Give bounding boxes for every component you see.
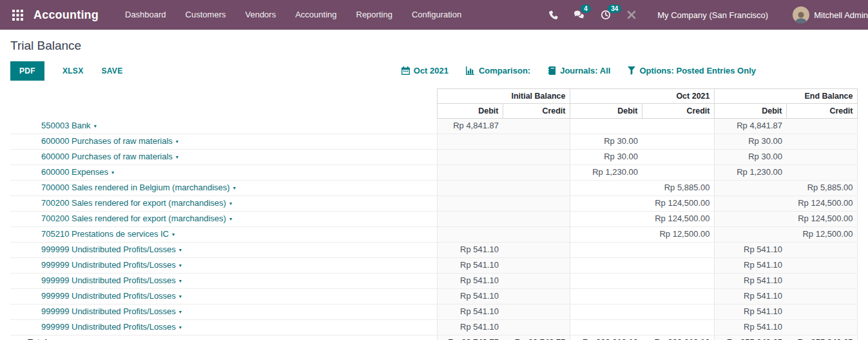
chat-icon[interactable]: 4 [574, 10, 585, 20]
date-filter[interactable]: Oct 2021 [401, 66, 448, 75]
save-button[interactable]: SAVE [101, 61, 122, 81]
amount-cell [570, 257, 642, 273]
user-menu[interactable]: Mitchell Admin [793, 6, 868, 23]
amount-cell [503, 304, 570, 319]
col-header-debit: Debit [714, 104, 786, 119]
chevron-down-icon[interactable]: ▾ [179, 247, 182, 253]
phone-icon[interactable] [548, 10, 558, 20]
group-header-period: Oct 2021 [570, 89, 714, 104]
account-link[interactable]: 600000 Expenses [41, 167, 108, 177]
menu-item-dashboard[interactable]: Dashboard [115, 0, 176, 30]
chevron-down-icon[interactable]: ▾ [172, 232, 175, 237]
topbar: Accounting DashboardCustomersVendorsAcco… [0, 0, 868, 30]
tools-icon[interactable] [626, 10, 637, 20]
chevron-down-icon[interactable]: ▾ [176, 154, 178, 160]
chevron-down-icon[interactable]: ▾ [111, 170, 114, 175]
main-content: Trial Balance PDF XLSX SAVE Oct 2021 [0, 30, 868, 340]
table-row: 999999 Undistributed Profits/Losses▾Rp 5… [10, 319, 857, 335]
amount-cell [503, 226, 570, 242]
account-link[interactable]: 700200 Sales rendered for export (marcha… [41, 214, 226, 223]
account-link[interactable]: 999999 Undistributed Profits/Losses [41, 245, 176, 254]
app-name[interactable]: Accounting [34, 8, 99, 22]
amount-cell [714, 226, 786, 242]
total-period-credit: Rp 833,212.10 [642, 335, 714, 340]
account-cell: 700200 Sales rendered for export (marcha… [10, 195, 437, 211]
table-body: 550003 Bank▾Rp 4,841.87Rp 4,841.87600000… [10, 119, 857, 335]
total-initial-debit: Rp 32,749.75 [437, 335, 503, 340]
amount-cell: Rp 124,500.00 [642, 211, 714, 226]
account-cell: 700000 Sales rendered in Belgium (marcha… [10, 180, 437, 195]
amount-cell [570, 273, 642, 288]
amount-cell [642, 288, 714, 304]
chevron-down-icon[interactable]: ▾ [179, 294, 182, 299]
col-header-debit: Debit [570, 104, 642, 119]
xlsx-button[interactable]: XLSX [63, 61, 84, 81]
table-row: 999999 Undistributed Profits/Losses▾Rp 5… [10, 273, 857, 288]
group-header-end-balance: End Balance [714, 89, 857, 104]
col-header-credit: Credit [642, 104, 714, 119]
account-link[interactable]: 999999 Undistributed Profits/Losses [41, 260, 176, 270]
chevron-down-icon[interactable]: ▾ [229, 216, 232, 222]
amount-cell [570, 226, 642, 242]
options-filter[interactable]: Options: Posted Entries Only [628, 66, 756, 75]
account-link[interactable]: 705210 Prestations de services IC [41, 229, 169, 239]
account-cell: 999999 Undistributed Profits/Losses▾ [10, 257, 437, 273]
menu-item-customers[interactable]: Customers [176, 0, 236, 30]
subheader-row: Debit Credit Debit Credit Debit Credit [10, 104, 857, 119]
amount-cell: Rp 541.10 [714, 288, 786, 304]
amount-cell [642, 134, 714, 149]
total-period-debit: Rp 833,212.10 [570, 335, 642, 340]
avatar[interactable] [793, 6, 809, 23]
group-header-initial-balance: Initial Balance [437, 89, 570, 104]
chevron-down-icon[interactable]: ▾ [179, 278, 182, 284]
account-cell: 600000 Purchases of raw materials▾ [10, 134, 437, 149]
menu-item-reporting[interactable]: Reporting [347, 0, 402, 30]
chevron-down-icon[interactable]: ▾ [233, 185, 236, 191]
account-cell: 999999 Undistributed Profits/Losses▾ [10, 288, 437, 304]
bar-chart-icon [466, 66, 475, 75]
col-header-credit: Credit [786, 104, 857, 119]
account-cell: 999999 Undistributed Profits/Losses▾ [10, 319, 437, 335]
chevron-down-icon[interactable]: ▾ [179, 325, 182, 330]
filter-funnel-icon [628, 66, 635, 75]
total-initial-credit: Rp 32,749.75 [503, 335, 570, 340]
journals-filter[interactable]: Journals: All [548, 66, 610, 75]
pdf-button[interactable]: PDF [10, 61, 44, 81]
menu-item-configuration[interactable]: Configuration [402, 0, 471, 30]
amount-cell [503, 149, 570, 165]
table-row: 999999 Undistributed Profits/Losses▾Rp 5… [10, 288, 857, 304]
total-end-credit: Rp 855,843.65 [786, 335, 857, 340]
chevron-down-icon[interactable]: ▾ [229, 201, 232, 206]
apps-grid-icon[interactable] [9, 6, 26, 23]
username: Mitchell Admin [814, 10, 868, 20]
chevron-down-icon[interactable]: ▾ [179, 263, 182, 268]
table-row: 705210 Prestations de services IC▾Rp 12,… [10, 226, 857, 242]
account-link[interactable]: 550003 Bank [41, 121, 91, 130]
company-switcher[interactable]: My Company (San Francisco) [657, 10, 768, 20]
amount-cell [786, 134, 857, 149]
account-link[interactable]: 999999 Undistributed Profits/Losses [41, 291, 176, 301]
account-link[interactable]: 999999 Undistributed Profits/Losses [41, 275, 176, 285]
amount-cell [786, 149, 857, 165]
chevron-down-icon[interactable]: ▾ [94, 123, 97, 129]
account-link[interactable]: 700200 Sales rendered for export (marcha… [41, 198, 226, 208]
amount-cell [786, 119, 857, 134]
table-row: 999999 Undistributed Profits/Losses▾Rp 5… [10, 242, 857, 257]
amount-cell [642, 304, 714, 319]
total-row: Total Rp 32,749.75 Rp 32,749.75 Rp 833,2… [10, 335, 857, 340]
menu-item-accounting[interactable]: Accounting [285, 0, 346, 30]
table-row: 600000 Expenses▾Rp 1,230.00Rp 1,230.00 [10, 165, 857, 180]
account-link[interactable]: 600000 Purchases of raw materials [41, 152, 173, 161]
chevron-down-icon[interactable]: ▾ [179, 309, 182, 315]
amount-cell [503, 119, 570, 134]
account-link[interactable]: 600000 Purchases of raw materials [41, 136, 173, 146]
account-link[interactable]: 999999 Undistributed Profits/Losses [41, 306, 176, 316]
comparison-filter[interactable]: Comparison: [466, 66, 530, 75]
chevron-down-icon[interactable]: ▾ [176, 139, 178, 145]
activity-clock-icon[interactable]: 34 [601, 10, 611, 20]
account-link[interactable]: 700000 Sales rendered in Belgium (marcha… [41, 183, 230, 192]
menu-item-vendors[interactable]: Vendors [235, 0, 285, 30]
date-filter-label: Oct 2021 [414, 66, 448, 75]
account-link[interactable]: 999999 Undistributed Profits/Losses [41, 322, 176, 332]
amount-cell [642, 257, 714, 273]
